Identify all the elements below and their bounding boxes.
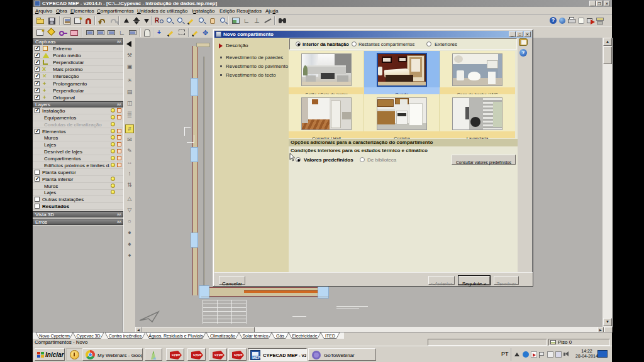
svg-text:Solar térmico: Solar térmico bbox=[242, 334, 268, 338]
svg-text:Electricidade: Electricidade bbox=[292, 334, 317, 338]
svg-text:Cypevac 3D: Cypevac 3D bbox=[76, 334, 100, 339]
svg-text:Novo Cypeterm: Novo Cypeterm bbox=[39, 334, 70, 339]
svg-text:Gás: Gás bbox=[276, 334, 284, 338]
svg-text:Contra incêndios: Contra incêndios bbox=[109, 334, 142, 338]
svg-text:Águas, Residuais e Pluviais: Águas, Residuais e Pluviais bbox=[148, 333, 203, 339]
svg-text:ITED: ITED bbox=[325, 334, 335, 338]
svg-text:Climatização: Climatização bbox=[210, 334, 235, 339]
